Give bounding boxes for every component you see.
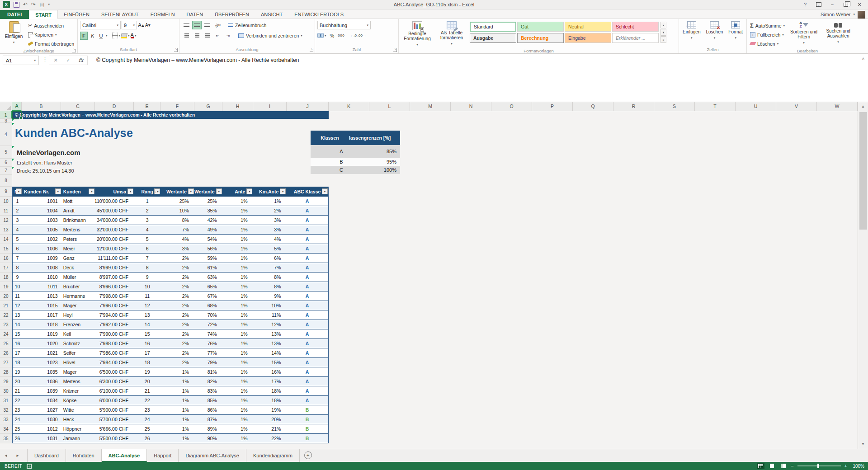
table-row[interactable]: 21004Arndt45'000.00 CHF210%35%1%2%A (13, 206, 328, 216)
filter-icon[interactable]: ▼ (127, 188, 133, 194)
cell-r12-c2[interactable]: Brinkmann (61, 216, 95, 225)
row-header-29[interactable]: 29 (0, 377, 12, 386)
table-row[interactable]: 91010Müller8'997.00 CHF92%63%1%8%A (13, 273, 328, 282)
cell-r25-c7[interactable]: 1% (222, 339, 253, 348)
zoom-out-button[interactable]: − (791, 463, 793, 469)
row-header-30[interactable]: 30 (0, 386, 12, 396)
cell-r22-c7[interactable]: 1% (222, 310, 253, 320)
cell-r32-c3[interactable]: 5'900.00 CHF (95, 405, 134, 414)
cell-r14-c0[interactable]: 5 (13, 235, 22, 244)
cell-r10-c1[interactable]: 1001 (22, 197, 61, 206)
row-header-34[interactable]: 34 (0, 424, 12, 434)
cell-r12-c7[interactable]: 1% (222, 216, 253, 225)
cell-r35-c2[interactable]: Jamann (61, 434, 95, 443)
cell-r26-c2[interactable]: Seifer (61, 348, 95, 357)
cell-r23-c1[interactable]: 1018 (22, 320, 61, 329)
row-header-7[interactable]: 7 (0, 167, 12, 175)
cell-r19-c2[interactable]: Brucher (61, 282, 95, 291)
cell-r35-c7[interactable]: 1% (222, 434, 253, 443)
table-row[interactable]: 51002Peters20'000.00 CHF54%54%1%4%A (13, 235, 328, 244)
cell-r18-c6[interactable]: 63% (194, 273, 222, 282)
cell-r30-c6[interactable]: 83% (194, 386, 222, 395)
cell-r35-c3[interactable]: 5'500.00 CHF (95, 434, 134, 443)
cell-r17-c1[interactable]: 1008 (22, 263, 61, 272)
cell-r32-c1[interactable]: 1027 (22, 405, 61, 414)
row-header-5[interactable]: 5 (0, 146, 12, 159)
created-by-text[interactable]: Erstellt von: Hans Muster (17, 160, 72, 165)
cell-r29-c1[interactable]: 1036 (22, 377, 61, 386)
cell-r10-c6[interactable]: 25% (194, 197, 222, 206)
sheet-nav-left-icon[interactable]: ◂ (0, 449, 12, 462)
cell-r20-c5[interactable]: 2% (160, 291, 194, 301)
row-header-12[interactable]: 12 (0, 216, 12, 225)
cell-r15-c5[interactable]: 3% (160, 244, 194, 253)
row-header-11[interactable]: 11 (0, 206, 12, 216)
cell-r35-c6[interactable]: 90% (194, 434, 222, 443)
font-color-icon[interactable]: A (131, 33, 134, 38)
cell-r16-c0[interactable]: 7 (13, 254, 22, 263)
cell-r24-c0[interactable]: 15 (13, 329, 22, 338)
cell-r12-c4[interactable]: 3 (134, 216, 160, 225)
cell-r14-c3[interactable]: 20'000.00 CHF (95, 235, 134, 244)
cell-r31-c5[interactable]: 1% (160, 396, 194, 405)
ribbon-tab-formeln[interactable]: FORMELN (145, 10, 181, 19)
table-row[interactable]: 71009Ganz11'111.00 CHF72%59%1%6%A (13, 254, 328, 263)
row-header-35[interactable]: 35 (0, 434, 12, 443)
font-family-select[interactable]: Calibri▾ (80, 21, 121, 29)
cell-r22-c4[interactable]: 13 (134, 310, 160, 320)
cell-r27-c8[interactable]: 15% (253, 358, 287, 367)
column-header-P[interactable]: P (532, 102, 573, 111)
ribbon-tab-entwicklertools[interactable]: ENTWICKLERTOOLS (288, 10, 349, 19)
cell-r13-c2[interactable]: Mertens (61, 225, 95, 234)
sheet-tab-rohdaten[interactable]: Rohdaten (66, 449, 102, 462)
row-header-18[interactable]: 18 (0, 273, 12, 282)
filter-icon[interactable]: ▼ (16, 188, 22, 194)
align-center-button[interactable] (192, 31, 202, 40)
cell-r22-c1[interactable]: 1017 (22, 310, 61, 320)
cell-r26-c8[interactable]: 14% (253, 348, 287, 357)
zoom-slider[interactable] (797, 465, 841, 466)
table-header-6[interactable]: .Wertante▼ (194, 187, 222, 197)
cell-r10-c2[interactable]: Mott (61, 197, 95, 206)
row-header-4[interactable]: 4 (0, 123, 12, 146)
table-row[interactable]: 221034Köpke6'000.00 CHF221%85%1%18%A (13, 396, 328, 405)
dialog-launcher-icon[interactable] (72, 49, 76, 52)
cell-r18-c7[interactable]: 1% (222, 273, 253, 282)
cell-r35-c5[interactable]: 1% (160, 434, 194, 443)
cell-r30-c2[interactable]: Krämer (61, 386, 95, 395)
cell-r31-c3[interactable]: 6'000.00 CHF (95, 396, 134, 405)
cell-r22-c2[interactable]: Heyl (61, 310, 95, 320)
cell-style-erklrender[interactable]: Erklärender ... (612, 33, 659, 43)
table-row[interactable]: 201036Mertens6'300.00 CHF201%82%1%17%A (13, 377, 328, 386)
cancel-entry-icon[interactable]: ✕ (49, 57, 62, 63)
row-header-17[interactable]: 17 (0, 263, 12, 273)
cell-r32-c8[interactable]: 19% (253, 405, 287, 414)
cell-r14-c7[interactable]: 1% (222, 235, 253, 244)
clear-button[interactable]: Löschen▾ (749, 39, 786, 48)
align-bottom-button[interactable] (203, 21, 212, 29)
cell-r18-c9[interactable]: A (286, 273, 328, 282)
cell-r30-c0[interactable]: 21 (13, 386, 22, 395)
cell-r27-c5[interactable]: 2% (160, 358, 194, 367)
cell-r12-c8[interactable]: 3% (253, 216, 287, 225)
cell-r22-c0[interactable]: 13 (13, 310, 22, 320)
sheet-tab-dashboard[interactable]: Dashboard (27, 449, 66, 462)
format-painter-button[interactable]: Format übertragen (27, 39, 75, 48)
cell-r31-c0[interactable]: 22 (13, 396, 22, 405)
column-header-L[interactable]: L (369, 102, 410, 111)
cell-r20-c8[interactable]: 9% (253, 291, 287, 301)
align-right-button[interactable] (203, 31, 212, 40)
column-header-N[interactable]: N (451, 102, 491, 111)
cell-r17-c0[interactable]: 8 (13, 263, 22, 272)
sheet-tab-diagramm-abc-analyse[interactable]: Diagramm ABC-Analyse (179, 449, 246, 462)
column-header-H[interactable]: H (222, 102, 253, 111)
cell-r17-c6[interactable]: 61% (194, 263, 222, 272)
cell-r20-c3[interactable]: 7'998.00 CHF (95, 291, 134, 301)
cell-r20-c1[interactable]: 1013 (22, 291, 61, 301)
row-header-26[interactable]: 26 (0, 348, 12, 358)
column-header-O[interactable]: O (491, 102, 532, 111)
cell-r11-c3[interactable]: 45'000.00 CHF (95, 206, 134, 215)
ribbon-tab-ansicht[interactable]: ANSICHT (255, 10, 288, 19)
cell-r10-c9[interactable]: A (286, 197, 328, 206)
cell-r21-c1[interactable]: 1015 (22, 301, 61, 310)
